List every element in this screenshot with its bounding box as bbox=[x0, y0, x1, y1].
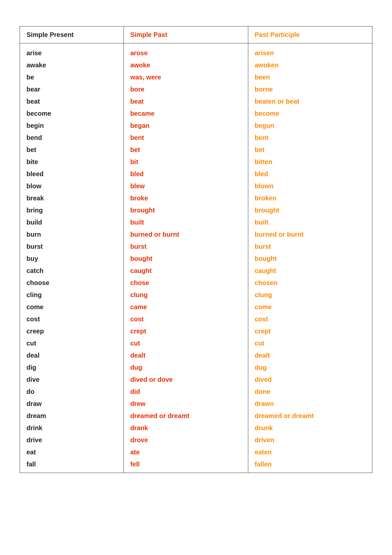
table-row: creepcreptcrept bbox=[20, 325, 372, 337]
header-simple-past: Simple Past bbox=[123, 26, 248, 43]
cell-present: bite bbox=[20, 156, 123, 168]
cell-past: built bbox=[123, 216, 248, 228]
cell-present: choose bbox=[20, 277, 123, 289]
cell-present: dream bbox=[20, 410, 123, 422]
cell-past: did bbox=[123, 386, 248, 398]
cell-past: bled bbox=[123, 168, 248, 180]
cell-present: draw bbox=[20, 398, 123, 410]
table-row: eatateeaten bbox=[20, 446, 372, 458]
cell-present: catch bbox=[20, 265, 123, 277]
cell-present: do bbox=[20, 386, 123, 398]
header-simple-present: Simple Present bbox=[20, 26, 123, 43]
cell-present: cling bbox=[20, 289, 123, 301]
cell-present: burst bbox=[20, 241, 123, 253]
table-row: drawdrewdrawn bbox=[20, 398, 372, 410]
table-row: divedived or dovedived bbox=[20, 374, 372, 386]
cell-participle: been bbox=[248, 71, 372, 83]
table-row: burstburstburst bbox=[20, 241, 372, 253]
cell-past: chose bbox=[123, 277, 248, 289]
cell-participle: brought bbox=[248, 204, 372, 216]
cell-past: became bbox=[123, 108, 248, 120]
table-row: drinkdrankdrunk bbox=[20, 422, 372, 434]
cell-past: drank bbox=[123, 422, 248, 434]
table-row: buyboughtbought bbox=[20, 253, 372, 265]
cell-past: dug bbox=[123, 362, 248, 374]
table-row: digdugdug bbox=[20, 362, 372, 374]
table-row: bringbroughtbrought bbox=[20, 204, 372, 216]
cell-participle: driven bbox=[248, 434, 372, 446]
cell-past: dived or dove bbox=[123, 374, 248, 386]
cell-participle: burned or burnt bbox=[248, 228, 372, 241]
cell-past: arose bbox=[123, 43, 248, 59]
cell-participle: bled bbox=[248, 168, 372, 180]
cell-participle: bet bbox=[248, 144, 372, 156]
cell-past: burst bbox=[123, 241, 248, 253]
cell-past: dreamed or dreamt bbox=[123, 410, 248, 422]
cell-present: beat bbox=[20, 95, 123, 108]
cell-past: awoke bbox=[123, 59, 248, 71]
table-row: dealdealtdealt bbox=[20, 349, 372, 362]
cell-past: broke bbox=[123, 192, 248, 204]
cell-present: buy bbox=[20, 253, 123, 265]
table-row: bearboreborne bbox=[20, 83, 372, 95]
cell-participle: cut bbox=[248, 337, 372, 349]
table-row: arisearosearisen bbox=[20, 43, 372, 59]
cell-participle: bitten bbox=[248, 156, 372, 168]
cell-past: drew bbox=[123, 398, 248, 410]
cell-past: cost bbox=[123, 313, 248, 325]
cell-past: bore bbox=[123, 83, 248, 95]
cell-present: cost bbox=[20, 313, 123, 325]
cell-present: creep bbox=[20, 325, 123, 337]
cell-participle: dealt bbox=[248, 349, 372, 362]
cell-participle: drunk bbox=[248, 422, 372, 434]
table-row: beatbeatbeaten or beat bbox=[20, 95, 372, 108]
cell-present: build bbox=[20, 216, 123, 228]
cell-present: awake bbox=[20, 59, 123, 71]
cell-present: cut bbox=[20, 337, 123, 349]
table-row: bitebitbitten bbox=[20, 156, 372, 168]
cell-participle: become bbox=[248, 108, 372, 120]
cell-past: dealt bbox=[123, 349, 248, 362]
cell-past: brought bbox=[123, 204, 248, 216]
table-row: becomebecamebecome bbox=[20, 108, 372, 120]
cell-past: burned or burnt bbox=[123, 228, 248, 241]
cell-participle: eaten bbox=[248, 446, 372, 458]
cell-past: bit bbox=[123, 156, 248, 168]
cell-past: bought bbox=[123, 253, 248, 265]
cell-past: was, were bbox=[123, 71, 248, 83]
table-row: comecamecome bbox=[20, 301, 372, 313]
cell-present: bear bbox=[20, 83, 123, 95]
table-row: bendbentbent bbox=[20, 132, 372, 144]
cell-present: blow bbox=[20, 180, 123, 192]
cell-past: began bbox=[123, 120, 248, 132]
cell-present: drive bbox=[20, 434, 123, 446]
cell-present: drink bbox=[20, 422, 123, 434]
cell-past: bent bbox=[123, 132, 248, 144]
table-row: catchcaughtcaught bbox=[20, 265, 372, 277]
cell-past: beat bbox=[123, 95, 248, 108]
table-row: buildbuiltbuilt bbox=[20, 216, 372, 228]
cell-present: arise bbox=[20, 43, 123, 59]
table-header-row: Simple Present Simple Past Past Particip… bbox=[20, 26, 372, 43]
table-row: dreamdreamed or dreamtdreamed or dreamt bbox=[20, 410, 372, 422]
cell-participle: fallen bbox=[248, 458, 372, 473]
cell-present: come bbox=[20, 301, 123, 313]
cell-past: bet bbox=[123, 144, 248, 156]
cell-participle: begun bbox=[248, 120, 372, 132]
cell-present: bleed bbox=[20, 168, 123, 180]
cell-past: drove bbox=[123, 434, 248, 446]
cell-participle: drawn bbox=[248, 398, 372, 410]
cell-participle: dived bbox=[248, 374, 372, 386]
cell-participle: borne bbox=[248, 83, 372, 95]
cell-present: burn bbox=[20, 228, 123, 241]
table-row: blowblewblown bbox=[20, 180, 372, 192]
cell-participle: chosen bbox=[248, 277, 372, 289]
cell-participle: awoken bbox=[248, 59, 372, 71]
cell-participle: come bbox=[248, 301, 372, 313]
cell-participle: bought bbox=[248, 253, 372, 265]
cell-past: fell bbox=[123, 458, 248, 473]
cell-participle: blown bbox=[248, 180, 372, 192]
cell-present: eat bbox=[20, 446, 123, 458]
cell-participle: caught bbox=[248, 265, 372, 277]
cell-past: cut bbox=[123, 337, 248, 349]
